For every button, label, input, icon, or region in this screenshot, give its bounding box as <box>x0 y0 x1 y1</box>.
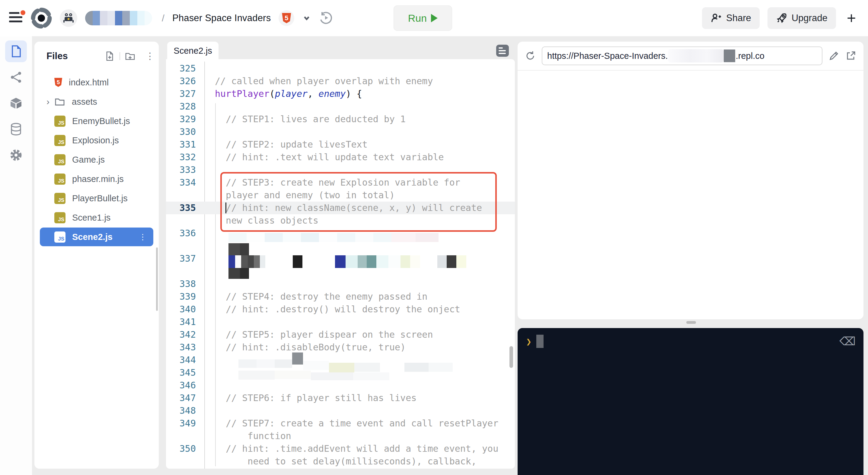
file-row-game-js[interactable]: JSGame.js <box>40 150 153 169</box>
console-panel[interactable]: ❯ ⌫ <box>518 328 864 475</box>
redacted-pixel-block <box>283 233 301 242</box>
redacted-pixel-block <box>429 363 453 372</box>
file-options-kebab-icon[interactable]: ⋮ <box>139 235 147 239</box>
files-scrollbar[interactable] <box>156 248 158 311</box>
rail-item-version-control[interactable] <box>5 66 27 88</box>
redacted-pixel-block <box>346 255 358 268</box>
folder-expand-chevron-icon[interactable]: › <box>46 97 50 107</box>
avatar[interactable] <box>60 9 77 27</box>
tab-scene2[interactable]: Scene2.js <box>167 42 218 60</box>
file-row-phaser-min-js[interactable]: JSphaser.min.js <box>40 169 153 188</box>
person-plus-icon <box>710 12 722 24</box>
chevron-down-icon[interactable] <box>302 13 311 23</box>
redacted-pixel-block <box>373 233 392 242</box>
code-line-wrap: function <box>166 430 515 442</box>
line-text: // STEP5: player dispear on the screen <box>204 328 433 341</box>
line-text: // STEP2: update livesText <box>204 138 368 151</box>
files-panel: Files ⋮ 5index.html›assetsJSEnemyBullet.… <box>34 42 159 469</box>
share-button[interactable]: Share <box>702 7 760 29</box>
line-text <box>204 379 215 392</box>
rail-item-files[interactable] <box>5 40 27 62</box>
line-number: 344 <box>166 354 204 367</box>
left-icon-rail: ? <box>0 36 32 475</box>
line-number: 337 <box>166 252 204 265</box>
clear-console-icon[interactable]: ⌫ <box>839 335 856 348</box>
add-file-icon[interactable] <box>104 51 115 61</box>
hamburger-menu-icon[interactable] <box>9 12 23 24</box>
add-folder-icon[interactable] <box>125 51 135 61</box>
code-editor[interactable]: 325326// called when player overlap with… <box>166 59 515 469</box>
line-number <box>166 430 204 442</box>
redacted-pixel-block <box>293 255 302 268</box>
code-line-331: 331 // STEP2: update livesText <box>166 138 515 151</box>
line-number: 326 <box>166 75 204 88</box>
editor-layout-icon[interactable] <box>496 45 509 57</box>
repl-title[interactable]: Phaser Space Invaders <box>172 13 271 24</box>
file-row-scene1-js[interactable]: JSScene1.js <box>40 208 153 227</box>
editor-scrollbar[interactable] <box>509 346 513 368</box>
webview-panel: https://Phaser-Space-Invaders..repl.co <box>518 42 864 319</box>
line-number: 332 <box>166 151 204 164</box>
line-number: 350 <box>166 442 204 455</box>
file-label: assets <box>72 97 97 107</box>
line-number: 343 <box>166 341 204 354</box>
redacted-pixel-block <box>256 359 275 368</box>
line-number: 325 <box>166 62 204 75</box>
url-input[interactable]: https://Phaser-Space-Invaders..repl.co <box>542 46 823 65</box>
line-text <box>204 316 215 328</box>
file-row-scene2-js[interactable]: JSScene2.js⋮ <box>40 227 153 246</box>
line-text <box>204 126 215 138</box>
file-row-enemybullet-js[interactable]: JSEnemyBullet.js <box>40 112 153 130</box>
line-number: 345 <box>166 367 204 379</box>
robot-avatar-icon <box>62 12 74 24</box>
new-repl-button[interactable]: + <box>844 9 859 27</box>
file-row-index-html[interactable]: 5index.html <box>40 73 153 92</box>
line-number: 330 <box>166 126 204 138</box>
files-panel-title: Files <box>46 51 104 62</box>
share-label: Share <box>726 13 751 24</box>
html5-icon: 5 <box>54 78 62 87</box>
redacted-pixel-block <box>329 363 354 373</box>
database-icon <box>9 123 23 136</box>
file-row-explosion-js[interactable]: JSExplosion.js <box>40 131 153 150</box>
panel-resize-handle[interactable] <box>686 321 696 324</box>
redacted-pixel-block <box>239 359 256 368</box>
replit-logo[interactable] <box>31 7 52 29</box>
rail-item-settings[interactable] <box>5 144 27 166</box>
open-external-icon[interactable] <box>845 51 856 61</box>
repl-language-badge: 5 <box>279 10 294 26</box>
code-line-332: 332 // hint: .text will update text vari… <box>166 151 515 164</box>
file-label: Scene1.js <box>72 213 111 223</box>
file-label: Explosion.js <box>72 135 119 146</box>
redacted-pixel-block <box>228 268 240 279</box>
redacted-pixel-block <box>404 363 429 372</box>
redacted-pixel-block <box>235 255 241 268</box>
javascript-icon: JS <box>54 135 65 146</box>
code-line-326: 326// called when player overlap with en… <box>166 75 515 88</box>
line-text <box>204 164 215 176</box>
file-icon <box>9 45 23 58</box>
line-text: function <box>204 430 291 442</box>
code-line-346: 346 <box>166 379 515 392</box>
refresh-icon[interactable] <box>525 51 536 61</box>
line-number: 340 <box>166 303 204 316</box>
rail-item-packages[interactable] <box>5 92 27 114</box>
history-icon[interactable] <box>319 11 333 25</box>
file-label: PlayerBullet.js <box>72 193 128 203</box>
files-menu-kebab-icon[interactable]: ⋮ <box>146 54 150 58</box>
file-row-playerbullet-js[interactable]: JSPlayerBullet.js <box>40 189 153 208</box>
file-row-assets[interactable]: ›assets <box>40 92 153 111</box>
upgrade-button[interactable]: Upgrade <box>768 7 836 29</box>
javascript-icon: JS <box>54 154 65 165</box>
code-line-328: 328 <box>166 100 515 113</box>
rail-item-database[interactable] <box>5 118 27 140</box>
line-number: 342 <box>166 328 204 341</box>
run-button[interactable]: Run <box>394 5 452 31</box>
redacted-pixel-block <box>376 255 389 268</box>
line-number <box>166 240 204 252</box>
code-line-343: 343 // hint: .disableBody(true, true) <box>166 341 515 354</box>
line-number: 338 <box>166 278 204 290</box>
edit-pencil-icon[interactable] <box>829 51 839 61</box>
upgrade-label: Upgrade <box>792 13 828 24</box>
code-line-342: 342 // STEP5: player dispear on the scre… <box>166 328 515 341</box>
